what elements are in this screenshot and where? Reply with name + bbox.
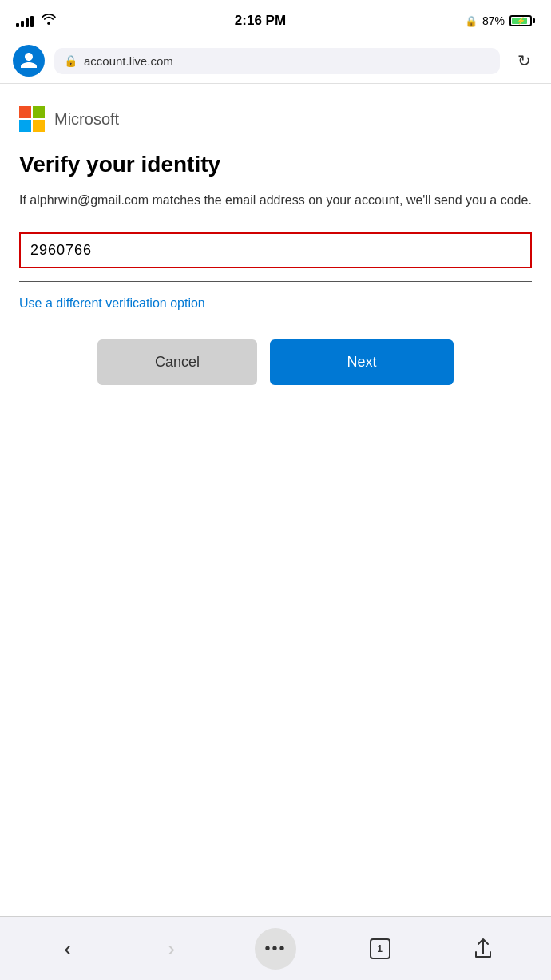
bottom-nav: ‹ › ••• 1 <box>0 916 551 980</box>
code-input-container[interactable] <box>19 232 532 268</box>
ms-square-red <box>19 106 31 118</box>
ms-square-green <box>33 106 45 118</box>
status-right: 🔒 87% ⚡ <box>465 14 535 27</box>
battery-icon: ⚡ <box>509 15 535 26</box>
tab-count-badge: 1 <box>370 938 390 959</box>
status-time: 2:16 PM <box>235 13 286 29</box>
ms-squares-icon <box>19 106 45 132</box>
back-button[interactable]: ‹ <box>48 929 88 969</box>
page-title: Verify your identity <box>19 151 532 178</box>
user-icon <box>19 51 38 70</box>
share-icon <box>473 938 494 960</box>
page-description: If alphrwin@gmail.com matches the email … <box>19 191 532 210</box>
forward-button[interactable]: › <box>151 929 191 969</box>
url-text: account.live.com <box>84 54 173 68</box>
refresh-button[interactable]: ↻ <box>509 46 538 75</box>
code-input[interactable] <box>30 242 521 259</box>
back-icon: ‹ <box>64 936 71 962</box>
browser-bar: 🔒 account.live.com ↻ <box>0 38 551 84</box>
forward-icon: › <box>168 936 175 962</box>
ms-square-yellow <box>33 120 45 132</box>
ms-square-blue <box>19 120 31 132</box>
next-button[interactable]: Next <box>270 339 454 385</box>
url-lock-icon: 🔒 <box>64 54 77 67</box>
share-button[interactable] <box>463 929 503 969</box>
cancel-button[interactable]: Cancel <box>97 339 257 385</box>
battery-percent: 87% <box>482 14 505 27</box>
microsoft-name: Microsoft <box>54 110 119 129</box>
dots-icon: ••• <box>264 939 286 958</box>
content-area: Microsoft Verify your identity If alphrw… <box>0 84 551 385</box>
microsoft-logo: Microsoft <box>19 106 532 132</box>
url-bar[interactable]: 🔒 account.live.com <box>54 48 500 74</box>
status-bar: 2:16 PM 🔒 87% ⚡ <box>0 0 551 38</box>
different-verification-link[interactable]: Use a different verification option <box>19 296 205 311</box>
tabs-button[interactable]: 1 <box>360 929 400 969</box>
wifi-icon <box>42 14 56 28</box>
input-underline <box>19 281 532 282</box>
buttons-row: Cancel Next <box>19 339 532 385</box>
avatar[interactable] <box>13 45 45 77</box>
status-left <box>16 14 56 28</box>
more-options-button[interactable]: ••• <box>255 928 296 970</box>
lock-status-icon: 🔒 <box>465 15 478 27</box>
signal-icon <box>16 14 34 27</box>
